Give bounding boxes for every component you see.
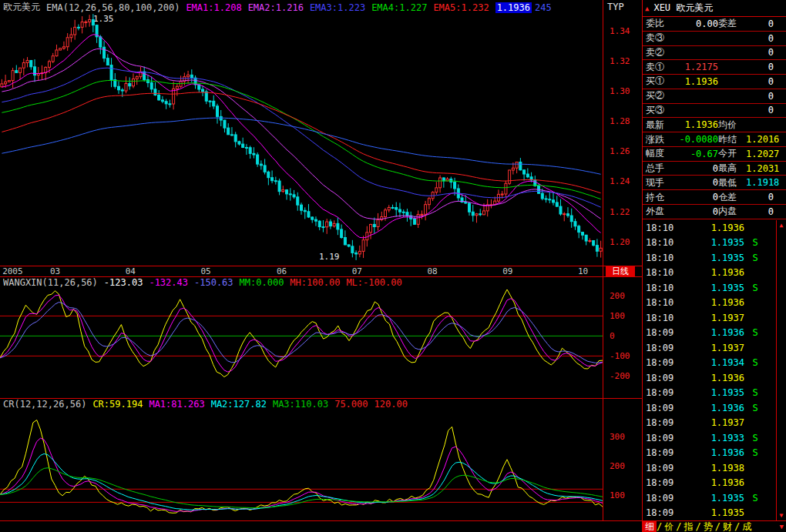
- quote-panel: ▲ XEU 欧元美元 委比0.00委差0卖③0卖②0卖①1.21750买①1.1…: [643, 0, 786, 532]
- divider-wangxin-cr: [0, 398, 642, 399]
- quote-label: 卖③: [646, 32, 673, 45]
- tick-price: 1.1936: [689, 403, 744, 413]
- quote-value: 0: [746, 206, 786, 217]
- price-axis-label: 1.34: [610, 26, 630, 36]
- tab-separator: /: [715, 521, 720, 532]
- tick-price: 1.1936: [689, 223, 744, 233]
- quote-value: 1.2027: [746, 149, 786, 159]
- tick-flag: S: [744, 253, 766, 263]
- tick-price: 1.1936: [689, 297, 744, 308]
- quote-row: 卖③0: [643, 32, 786, 46]
- price-axis-label: 1.26: [610, 146, 630, 156]
- wangxin-title: WANGXIN(11,26,56): [3, 277, 98, 287]
- cr-indicator-chart[interactable]: [0, 410, 603, 520]
- svg-text:1.35: 1.35: [93, 14, 114, 24]
- tick-time: 18:10: [646, 313, 689, 323]
- price-axis-label: 1.28: [610, 116, 630, 126]
- tick-time: 18:09: [646, 477, 689, 488]
- tick-row: 18:091.1934S: [643, 356, 776, 371]
- main-chart-header: 欧元美元 EMA(12,26,56,80,100,200) EMA1:1.208…: [3, 2, 601, 13]
- month-label: 05: [200, 266, 210, 276]
- month-label: 10: [578, 266, 588, 276]
- quote-label: 现手: [646, 176, 673, 189]
- tab-item-4[interactable]: 势: [701, 521, 715, 532]
- quote-tab-bar: 细/价/指/势/财/成 ▼: [643, 521, 786, 532]
- tick-price: 1.1937: [689, 417, 744, 428]
- tick-flag: S: [744, 327, 766, 338]
- quote-value: 1.2175: [673, 62, 718, 72]
- tab-more-icon[interactable]: ▼: [780, 523, 786, 530]
- indicator-value: MA1:81.263: [149, 399, 204, 409]
- price-axis-label: 1.22: [610, 207, 630, 217]
- quote-value: 0: [673, 192, 718, 202]
- tick-price: 1.1935: [689, 237, 744, 248]
- quote-row: 买②0: [643, 89, 786, 104]
- tab-item-5[interactable]: 财: [720, 521, 734, 532]
- tick-price: 1.1935: [689, 507, 744, 518]
- quote-table: 委比0.00委差0卖③0卖②0卖①1.21750买①1.19360买②0买③0最…: [643, 17, 786, 219]
- tick-scrollbar[interactable]: ▲ ▼: [776, 220, 786, 520]
- indicator-value: -132.43: [149, 277, 188, 287]
- tick-row: 18:101.1937: [643, 310, 776, 326]
- month-label: 07: [352, 266, 362, 276]
- tick-row: 18:091.1936S: [643, 446, 776, 461]
- indicator-value: MA2:127.82: [211, 399, 267, 409]
- cr-values: CR:59.194MA1:81.263MA2:127.82MA3:110.037…: [92, 399, 414, 409]
- right-axis-column: TYP 日线 1.341.321.301.281.261.241.221.202…: [603, 0, 642, 520]
- ema6-value: 245: [535, 2, 552, 13]
- tick-row: 18:101.1935S: [643, 250, 776, 266]
- quote-row: 买①1.19360: [643, 75, 786, 89]
- tick-row: 18:091.1936S: [643, 326, 776, 341]
- tab-item-6[interactable]: 成: [740, 521, 754, 532]
- quote-value: 1.1936: [673, 119, 718, 130]
- main-candlestick-chart[interactable]: 1.351.19: [0, 14, 603, 266]
- quote-panel-title-row: ▲ XEU 欧元美元: [643, 0, 786, 17]
- tab-separator: /: [734, 521, 740, 532]
- quote-label: 买②: [646, 89, 673, 102]
- tick-flag: S: [744, 493, 766, 504]
- indicator-axis-label: 100: [610, 311, 625, 321]
- tab-item-3[interactable]: 指: [681, 521, 695, 532]
- tick-row: 18:091.1933S: [643, 430, 776, 446]
- indicator-axis-label: 200: [610, 461, 625, 471]
- tick-time: 18:10: [646, 237, 689, 248]
- month-label: 2005: [2, 266, 23, 276]
- quote-label: 幅度: [646, 147, 673, 160]
- quote-row: 委比0.00委差0: [643, 17, 786, 32]
- wangxin-indicator-chart[interactable]: [0, 288, 603, 398]
- tab-item-2[interactable]: 价: [662, 521, 676, 532]
- tick-flag: S: [744, 433, 766, 443]
- tick-row: 18:091.1938: [643, 460, 776, 476]
- month-label: 09: [502, 266, 512, 276]
- tick-row: 18:091.1935S: [643, 386, 776, 401]
- quote-row: 卖①1.21750: [643, 60, 786, 75]
- scroll-up-icon[interactable]: ▲: [777, 222, 786, 229]
- tab-item-1[interactable]: 细: [643, 521, 657, 532]
- tick-price: 1.1935: [689, 283, 744, 293]
- quote-label: 昨结: [718, 133, 746, 146]
- quote-value: 0: [746, 105, 786, 115]
- quote-value: 0: [673, 163, 718, 174]
- tick-time: 18:09: [646, 327, 689, 338]
- ema-legend-item: EMA4:1.227: [371, 2, 427, 13]
- period-daily-badge[interactable]: 日线: [606, 266, 635, 276]
- tick-price: 1.1936: [689, 447, 744, 458]
- indicator-axis-label: 300: [610, 432, 625, 442]
- tick-row: 18:091.1937: [643, 416, 776, 431]
- tab-separator: /: [657, 521, 662, 532]
- quote-label: 持仓: [646, 191, 673, 204]
- tick-price: 1.1936: [689, 267, 744, 278]
- quote-value: 0: [673, 206, 718, 217]
- symbol-name: 欧元美元: [3, 2, 40, 13]
- indicator-value: -150.63: [194, 277, 233, 287]
- quote-value: 1.2031: [746, 163, 786, 174]
- scroll-down-icon[interactable]: ▼: [777, 512, 786, 519]
- panel-up-arrow-icon[interactable]: ▲: [643, 5, 653, 12]
- indicator-axis-label: 0: [610, 331, 615, 341]
- tick-flag: S: [744, 283, 766, 293]
- quote-label: 最新: [646, 119, 673, 132]
- quote-label: 委差: [718, 17, 746, 30]
- quote-label: 委比: [646, 17, 673, 30]
- quote-value: 0: [746, 192, 786, 202]
- quote-row: 持仓0仓差0: [643, 190, 786, 205]
